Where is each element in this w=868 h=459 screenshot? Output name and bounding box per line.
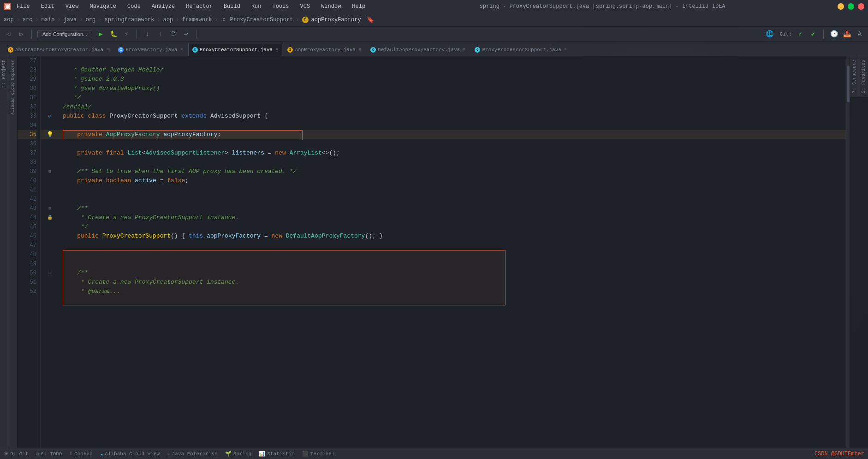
project-panel-label[interactable]: 1: Project: [1, 60, 6, 88]
nav-aop[interactable]: aop: [4, 17, 14, 23]
nav-aop2[interactable]: aop: [163, 17, 173, 23]
status-codeup[interactable]: ⬆ Codeup: [69, 451, 92, 457]
alibaba-cloud-panel-label[interactable]: Alibaba Cloud Explorer: [11, 60, 15, 115]
status-java-enterprise[interactable]: ☕ Java Enterprise: [167, 451, 218, 457]
tab-close-proxy-factory[interactable]: ×: [180, 47, 183, 52]
toolbar-forward-icon[interactable]: ▷: [17, 30, 26, 39]
menu-navigate[interactable]: Navigate: [88, 2, 118, 11]
scrollbar-thumb[interactable]: [847, 66, 850, 102]
menu-edit[interactable]: Edit: [39, 2, 56, 11]
menu-tools[interactable]: Tools: [271, 2, 291, 11]
status-bar-right: CSDN @GDUTEmber: [814, 451, 864, 457]
gutter-35-bulb[interactable]: 💡: [41, 130, 59, 139]
gutter-47: [41, 241, 59, 250]
type-arraylist-37: ArrayList: [290, 149, 322, 158]
gutter-44[interactable]: 🔒: [41, 213, 59, 222]
gutter-icons: ⊙ 💡 ≡ ≡ 🔒 ≡: [41, 56, 59, 448]
gutter-50[interactable]: ≡: [41, 268, 59, 278]
code-line-27: [59, 56, 850, 66]
menu-build[interactable]: Build: [222, 2, 242, 11]
editor-area[interactable]: * @author Juergen Hoeller * @since 2.0.3…: [59, 56, 850, 448]
bookmark-icon[interactable]: 🔖: [367, 16, 374, 24]
tab-close-proxy-creator-support[interactable]: ×: [275, 47, 278, 52]
nav-org[interactable]: org: [86, 17, 96, 23]
kw-public-46: public: [77, 232, 102, 241]
gutter-49: [41, 259, 59, 268]
gutter-43[interactable]: ≡: [41, 204, 59, 213]
nav-framework[interactable]: framework: [182, 17, 212, 23]
toolbar-git-history-icon[interactable]: ⏱: [168, 30, 178, 39]
add-configuration-button[interactable]: Add Configuration...: [37, 30, 92, 38]
toolbar-back-icon[interactable]: ◁: [4, 30, 13, 39]
status-statistic[interactable]: 📊 Statistic: [259, 451, 294, 457]
code-comment-32: /serial/: [63, 102, 91, 112]
statistic-icon: 📊: [259, 451, 265, 457]
toolbar-sep-1: [31, 30, 32, 39]
nav-main[interactable]: main: [42, 17, 55, 23]
left-panels: 1: Project Alibaba Cloud Explorer: [0, 56, 18, 448]
menu-code[interactable]: Code: [125, 2, 143, 11]
gutter-52: [41, 287, 59, 296]
toolbar-run-icon[interactable]: ▶: [96, 30, 105, 39]
punct-35: ;: [218, 130, 221, 139]
nav-class[interactable]: ProxyCreatorSupport: [230, 17, 293, 23]
menu-window[interactable]: Window: [319, 2, 343, 11]
menu-view[interactable]: View: [64, 2, 81, 11]
line-35: 35: [18, 130, 36, 139]
status-git[interactable]: ⑨ 9: Git: [4, 451, 29, 457]
status-terminal[interactable]: ⬛ Terminal: [302, 451, 335, 457]
status-alibaba-cloud[interactable]: ☁ Alibaba Cloud View: [100, 451, 160, 457]
code-content[interactable]: * @author Juergen Hoeller * @since 2.0.3…: [59, 56, 850, 448]
kw-private-40: private: [77, 176, 106, 185]
line-47: 47: [18, 241, 36, 250]
menu-run[interactable]: Run: [250, 2, 263, 11]
tab-close-abstract[interactable]: ×: [106, 47, 109, 52]
nav-springframework[interactable]: springframework: [104, 17, 154, 23]
tab-proxy-factory[interactable]: I ProxyFactory.java ×: [114, 43, 187, 56]
gutter-33[interactable]: ⊙: [41, 112, 59, 121]
code-line-30: * @see #createAopProxy(): [59, 84, 850, 93]
java-enterprise-icon: ☕: [167, 451, 170, 457]
terminal-icon: ⬛: [302, 451, 309, 457]
gutter-39[interactable]: ≡: [41, 167, 59, 176]
gutter-48: [41, 250, 59, 259]
kw-private-35: private: [77, 130, 106, 139]
tab-proxy-creator-support[interactable]: C ProxyCreatorSupport.java ×: [188, 43, 282, 56]
menu-analyze[interactable]: Analyze: [150, 2, 177, 11]
code-indent-44: [63, 213, 81, 222]
code-line-47: [59, 241, 850, 250]
nav-src[interactable]: src: [23, 17, 33, 23]
toolbar-debug-icon[interactable]: 🐛: [109, 30, 118, 39]
status-spring[interactable]: 🌱 Spring: [225, 451, 252, 457]
menu-vcs[interactable]: VCS: [298, 2, 312, 11]
tab-abstract-auto-proxy-creator[interactable]: A AbstractAutoProxyCreator.java ×: [4, 43, 113, 56]
menu-file[interactable]: File: [15, 2, 32, 11]
tab-close-aop-proxy-factory[interactable]: ×: [358, 47, 361, 52]
tab-icon-proxy-factory: I: [118, 47, 124, 53]
favorites-panel-label[interactable]: 2: Favorites: [861, 60, 866, 93]
var-factory-46: aopProxyFactory: [207, 232, 261, 241]
classname-33: ProxyCreatorSupport: [109, 112, 181, 121]
nav-field[interactable]: aopProxyFactory: [311, 17, 361, 23]
toolbar-run-with-cover-icon[interactable]: ⚡: [122, 30, 131, 39]
vertical-scrollbar[interactable]: [846, 56, 850, 448]
tab-aop-proxy-factory[interactable]: I AopProxyFactory.java ×: [283, 43, 365, 56]
toolbar-git-update-icon[interactable]: ↓: [143, 30, 152, 39]
tab-label-aop-proxy-factory: AopProxyFactory.java: [295, 47, 356, 53]
toolbar-rollback-icon[interactable]: ↩: [181, 30, 190, 39]
line-36: 36: [18, 139, 36, 149]
nav-java[interactable]: java: [64, 17, 77, 23]
punct-semi-40: ;: [185, 176, 189, 185]
menu-help[interactable]: Help: [350, 2, 367, 11]
gutter-38: [41, 158, 59, 167]
nav-sep-9: ›: [296, 17, 299, 23]
line-41: 41: [18, 185, 36, 195]
menu-refactor[interactable]: Refactor: [184, 2, 214, 11]
kw-final-37: final: [106, 149, 128, 158]
status-todo[interactable]: ☑ 6: TODO: [36, 451, 62, 457]
code-indent-43: [63, 204, 77, 213]
toolbar-git-push-icon[interactable]: ↑: [155, 30, 165, 39]
structure-panel-label[interactable]: 7: Structure: [852, 60, 857, 93]
nav-sep-6: ›: [157, 17, 161, 23]
code-indent-51: [63, 278, 81, 287]
